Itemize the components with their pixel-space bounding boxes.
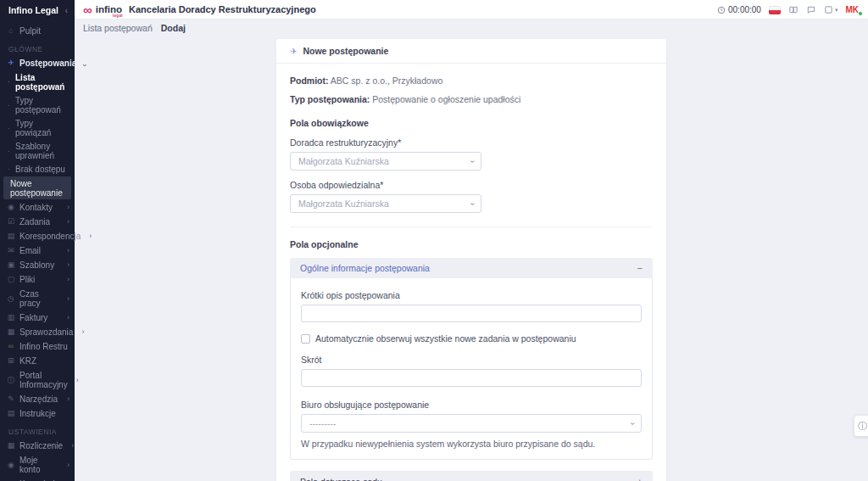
app-title: Kancelaria Doradcy Restrukturyzacyjnego (129, 4, 316, 14)
breadcrumb: Lista postępowań Dodaj (75, 20, 868, 36)
chevron-down-icon: ▾ (835, 7, 838, 14)
sidebar-item-label: Instrukcje (19, 409, 70, 418)
tasks-icon: ☑ (7, 217, 15, 227)
krz-icon: ⊞ (7, 356, 15, 366)
sidebar-item-label: Faktury (19, 313, 58, 322)
collapse-minus-icon: − (637, 263, 643, 273)
auto-observe-checkbox[interactable] (301, 334, 310, 344)
sidebar-item-postepowania[interactable]: ✈Postępowania› (0, 56, 75, 70)
chevron-right-icon: › (63, 217, 70, 227)
sidebar-item-label: Narzędzia (19, 394, 58, 404)
krotki-opis-label: Krótki opis postępowania (301, 290, 642, 300)
typ-postepowania-row: Typ postępowania: Postępowanie o ogłosze… (290, 94, 653, 104)
paper-plane-icon: ✈ (290, 47, 297, 56)
invoices-icon: ▥ (7, 313, 15, 322)
language-flag-button[interactable] (769, 6, 781, 14)
sidebar-item-kontakty[interactable]: ◉Kontakty› (0, 200, 75, 215)
help-widget-button[interactable]: ⓘ (854, 415, 868, 437)
osoba-selected-value: Małgorzata Kuźniarska (298, 199, 389, 209)
podmiot-row: Podmiot: ABC sp. z o.o., Przykładowo (290, 76, 653, 86)
chevron-right-icon: › (63, 294, 70, 304)
biuro-selected-value: --------- (309, 418, 336, 428)
sidebar-nav: ⌂PulpitGŁÓWNE✈Postępowania›·Lista postęp… (0, 20, 75, 481)
new-proceeding-card: ✈ Nowe postępowanie Podmiot: ABC sp. z o… (276, 39, 666, 481)
sidebar-item-faktury[interactable]: ▥Faktury› (0, 310, 75, 325)
sidebar-item-moje-konto[interactable]: ◉Moje konto› (0, 453, 75, 477)
bullet-icon: · (8, 124, 12, 132)
general-info-accordion: Ogólne informacje postępowania − Krótki … (290, 258, 653, 460)
chevron-down-icon: › (468, 160, 477, 163)
sidebar-item-typy-postepowan[interactable]: ·Typy postępowań (0, 93, 75, 116)
user-avatar[interactable]: MK (845, 5, 861, 14)
sidebar-item-nowe-postepowanie[interactable]: ·Nowe postępowanie (3, 176, 71, 199)
sidebar-item-szablony-uprawnien[interactable]: ·Szablony uprawnień (0, 139, 75, 162)
sidebar-item-label: Brak dostępu (15, 165, 65, 174)
general-info-accordion-header[interactable]: Ogólne informacje postępowania − (290, 258, 653, 278)
sidebar-item-infino-restru[interactable]: ∞Infino Restru (0, 339, 75, 354)
paper-plane-icon: ✈ (7, 59, 15, 68)
sidebar-item-label: Szablony (19, 260, 58, 270)
sidebar-item-kancelaria[interactable]: ▢Kancelaria› (0, 477, 75, 481)
portal-icon: ⓘ (7, 376, 15, 385)
sidebar-item-narzedzia[interactable]: ✎Narzędzia› (0, 392, 75, 406)
court-fields-accordion-header[interactable]: Pola dotyczące sądu + (290, 471, 653, 481)
doradca-select[interactable]: Małgorzata Kuźniarska › (290, 152, 481, 171)
sidebar-item-pulpit[interactable]: ⌂Pulpit (0, 24, 75, 38)
sidebar-item-portal-informacyjny[interactable]: ⓘPortal Informacyjny› (0, 368, 75, 392)
sidebar-item-lista-postepowan[interactable]: ·Lista postępowań (0, 70, 75, 93)
sidebar-item-label: Rozliczenie (19, 441, 63, 450)
knowledge-base-button[interactable] (788, 5, 798, 14)
bullet-icon: · (8, 147, 12, 155)
sidebar-item-szablony[interactable]: ▣Szablony› (0, 258, 75, 272)
dashboard-icon: ⌂ (7, 26, 15, 36)
biuro-select[interactable]: --------- › (301, 414, 642, 433)
sidebar-item-email[interactable]: ✉Email› (0, 243, 75, 258)
sidebar-item-rozliczenie[interactable]: ▦Rozliczenie› (0, 439, 75, 453)
sidebar-collapse-button[interactable]: ‹ (65, 6, 68, 15)
skrot-input[interactable] (301, 369, 642, 387)
sidebar-item-label: Postępowania (19, 59, 76, 68)
sidebar-item-label: Lista postępowań (15, 73, 70, 92)
apps-menu-button[interactable]: ▾ (824, 5, 838, 14)
krotki-opis-input[interactable] (301, 305, 642, 322)
chevron-right-icon: › (63, 246, 70, 255)
clock-icon (717, 6, 726, 14)
sidebar-item-label: Pulpit (19, 26, 70, 36)
sidebar-item-label: Moje konto (19, 456, 58, 474)
avatar-initials: MK (845, 5, 859, 14)
billing-icon: ▦ (7, 441, 15, 450)
sidebar-brand: Infino Legal (8, 5, 58, 15)
page-content: ✈ Nowe postępowanie Podmiot: ABC sp. z o… (75, 36, 868, 481)
contacts-icon: ◉ (7, 203, 15, 212)
chevron-down-icon: › (468, 203, 477, 205)
chevron-right-icon: › (63, 203, 70, 212)
sidebar-item-zadania[interactable]: ☑Zadania› (0, 215, 75, 229)
sidebar-item-sprawozdania[interactable]: ▦Sprawozdania› (0, 325, 75, 339)
sidebar-item-label: Email (19, 246, 58, 255)
typ-postepowania-value: Postępowanie o ogłoszenie upadłości (372, 94, 520, 104)
sidebar-item-czas-pracy[interactable]: ◷Czas pracy› (0, 287, 75, 310)
sidebar-item-krz[interactable]: ⊞KRZ (0, 354, 75, 368)
sidebar-brand-row: Infino Legal ‹ (0, 0, 75, 20)
bullet-icon: · (8, 101, 12, 109)
sidebar-item-typy-powiazan[interactable]: ·Typy powiązań (0, 116, 75, 139)
sidebar-item-korespondencja[interactable]: ▤Korespondencja› (0, 229, 75, 243)
sidebar-item-label: Kontakty (19, 203, 58, 212)
sidebar-item-pliki[interactable]: ▢Pliki› (0, 272, 75, 287)
card-body: Podmiot: ABC sp. z o.o., Przykładowo Typ… (276, 64, 666, 481)
infino-logo: ∞ infinolegal (83, 3, 122, 16)
osoba-select[interactable]: Małgorzata Kuźniarska › (290, 194, 481, 213)
apps-icon (824, 5, 833, 14)
sidebar-item-instrukcje[interactable]: ▤Instrukcje (0, 406, 75, 421)
skrot-label: Skrót (301, 355, 642, 365)
chevron-right-icon: › (63, 260, 70, 270)
work-timer[interactable]: 00:00:00 (717, 5, 761, 14)
logo-sub-label: legal (113, 14, 123, 18)
chat-button[interactable] (806, 5, 816, 14)
chevron-right-icon: › (63, 461, 70, 470)
sidebar-item-brak-dostepu[interactable]: ·Brak dostępu (0, 162, 75, 176)
account-icon: ◉ (7, 461, 15, 470)
topbar-right: 00:00:00 ▾ MK (717, 0, 861, 20)
chevron-right-icon: › (67, 441, 74, 450)
breadcrumb-lista-postepowan[interactable]: Lista postępowań (83, 23, 153, 33)
